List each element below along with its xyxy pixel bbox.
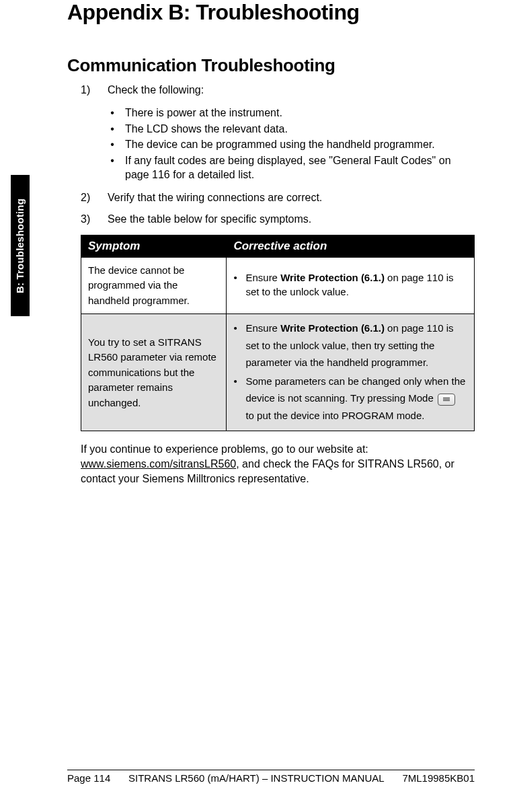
footer-doc-number: 7ML19985KB01 bbox=[402, 772, 475, 784]
step-3-text: See the table below for specific symptom… bbox=[108, 213, 311, 225]
cell-action: • Ensure Write Protection (6.1.) on page… bbox=[227, 314, 475, 431]
check-item: • The LCD shows the relevant data. bbox=[109, 122, 475, 137]
symptom-table: Symptom Corrective action The device can… bbox=[81, 235, 475, 432]
bullet-icon: • bbox=[109, 106, 116, 120]
action-text: Some parameters can be changed only when… bbox=[245, 373, 467, 425]
bullet-icon: • bbox=[109, 153, 116, 182]
bullet-icon: • bbox=[233, 373, 239, 425]
footer-manual-title: SITRANS LR560 (mA/HART) – INSTRUCTION MA… bbox=[128, 772, 385, 784]
check-list: • There is power at the instrument. • Th… bbox=[109, 106, 475, 182]
check-item: • There is power at the instrument. bbox=[109, 106, 475, 120]
footer-divider bbox=[67, 770, 475, 770]
bullet-icon: • bbox=[233, 320, 239, 371]
action-text: Ensure Write Protection (6.1.) on page 1… bbox=[245, 320, 467, 371]
check-item: • The device can be programmed using the… bbox=[109, 137, 475, 152]
cell-action: • Ensure Write Protection (6.1.) on page… bbox=[227, 257, 475, 314]
section-title: Communication Troubleshooting bbox=[67, 55, 475, 76]
step-3: 3) See the table below for specific symp… bbox=[81, 213, 475, 225]
footer-page: Page 114 bbox=[67, 772, 110, 784]
cell-symptom: You try to set a SITRANS LR560 parameter… bbox=[81, 314, 227, 431]
table-row: The device cannot be programmed via the … bbox=[81, 257, 475, 314]
step-2-marker: 2) bbox=[81, 192, 95, 204]
table-row: You try to set a SITRANS LR560 parameter… bbox=[81, 314, 475, 431]
step-1-marker: 1) bbox=[81, 84, 95, 96]
check-text: There is power at the instrument. bbox=[125, 106, 282, 120]
page-footer: Page 114 SITRANS LR560 (mA/HART) – INSTR… bbox=[0, 772, 515, 784]
step-1-text: Check the following: bbox=[108, 84, 204, 96]
header-symptom: Symptom bbox=[81, 235, 227, 257]
appendix-title: Appendix B: Troubleshooting bbox=[67, 0, 475, 25]
bullet-icon: • bbox=[233, 271, 239, 299]
bullet-icon: • bbox=[109, 137, 116, 152]
step-3-marker: 3) bbox=[81, 213, 95, 225]
closing-line1: If you continue to experience problems, … bbox=[81, 443, 368, 455]
step-1: 1) Check the following: bbox=[81, 84, 475, 96]
mode-button-icon bbox=[438, 394, 455, 406]
table-header-row: Symptom Corrective action bbox=[81, 235, 475, 257]
header-action: Corrective action bbox=[227, 235, 475, 257]
check-text: The LCD shows the relevant data. bbox=[125, 122, 288, 137]
check-text: If any fault codes are being displayed, … bbox=[125, 153, 475, 182]
page-content: Appendix B: Troubleshooting Communicatio… bbox=[0, 0, 515, 784]
bullet-icon: • bbox=[109, 122, 116, 137]
check-item: • If any fault codes are being displayed… bbox=[109, 153, 475, 182]
closing-paragraph: If you continue to experience problems, … bbox=[81, 442, 475, 486]
step-2-text: Verify that the wiring connections are c… bbox=[108, 192, 322, 204]
action-text: Ensure Write Protection (6.1.) on page 1… bbox=[245, 271, 467, 299]
step-2: 2) Verify that the wiring connections ar… bbox=[81, 192, 475, 204]
check-text: The device can be programmed using the h… bbox=[125, 137, 435, 152]
cell-symptom: The device cannot be programmed via the … bbox=[81, 257, 227, 314]
website-link[interactable]: www.siemens.com/sitransLR560 bbox=[81, 458, 236, 470]
